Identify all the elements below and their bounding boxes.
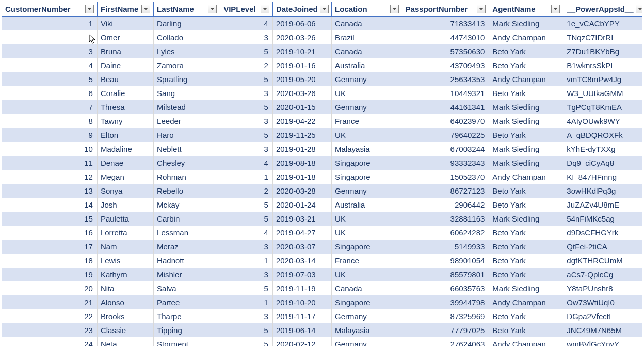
cell-location[interactable]: Australia [332,58,403,72]
cell-passportnumber[interactable]: 87325969 [402,309,489,323]
cell-agentname[interactable]: Mark Siedling [489,114,564,128]
cell-location[interactable]: Malayasia [332,323,403,337]
cell-datejoined[interactable]: 2019-10-20 [272,295,331,309]
table-row[interactable]: 9EltonHaro52019-11-25UK79640225Beto Yark… [2,128,642,142]
cell-firstname[interactable]: Pauletta [97,212,153,226]
cell-firstname[interactable]: Megan [97,170,153,184]
cell-lastname[interactable]: Mckay [154,198,220,212]
cell-customernumber[interactable]: 8 [2,114,98,128]
cell-viplevel[interactable]: 3 [220,240,273,254]
cell-viplevel[interactable]: 4 [220,226,273,240]
cell-customernumber[interactable]: 9 [2,128,98,142]
cell-customernumber[interactable]: 19 [2,268,98,281]
cell-customernumber[interactable]: 22 [2,309,98,323]
cell-location[interactable]: Germany [332,337,403,347]
column-header-customernumber[interactable]: CustomerNumber [2,2,98,17]
filter-dropdown-icon[interactable] [141,5,150,13]
cell-firstname[interactable]: Elton [97,128,153,142]
cell-firstname[interactable]: Coralie [97,86,153,100]
cell-customernumber[interactable]: 21 [2,295,98,309]
table-row[interactable]: 23ClassieTipping52019-06-14Malayasia7779… [2,323,642,337]
cell-agentname[interactable]: Beto Yark [489,198,564,212]
cell-passportnumber[interactable]: 79640225 [402,128,489,142]
cell-lastname[interactable]: Lessman [154,226,220,240]
cell-datejoined[interactable]: 2020-01-15 [272,100,331,114]
cell-location[interactable]: UK [332,86,403,100]
cell-customernumber[interactable]: 24 [2,337,98,347]
cell-lastname[interactable]: Meraz [154,240,220,254]
cell-powerappsid[interactable]: JuZAZv4U8mE [564,198,642,212]
cell-customernumber[interactable]: 1 [2,17,98,30]
cell-customernumber[interactable]: 13 [2,184,98,198]
cell-firstname[interactable]: Kathyrn [97,268,153,281]
cell-agentname[interactable]: Beto Yark [489,58,564,72]
cell-customernumber[interactable]: 15 [2,212,98,226]
cell-viplevel[interactable]: 5 [220,323,273,337]
cell-location[interactable]: Germany [332,184,403,198]
cell-firstname[interactable]: Lewis [97,254,153,268]
cell-lastname[interactable]: Salva [154,281,220,295]
filter-dropdown-icon[interactable] [261,5,269,13]
cell-passportnumber[interactable]: 27624063 [402,337,489,347]
cell-datejoined[interactable]: 2019-03-21 [272,212,331,226]
cell-viplevel[interactable]: 5 [220,337,273,347]
table-row[interactable]: 14JoshMckay52020-01-24Australia2906442Be… [2,198,642,212]
cell-viplevel[interactable]: 5 [220,128,273,142]
cell-agentname[interactable]: Andy Champan [489,30,564,44]
column-header-powerappsid[interactable]: __PowerAppsId__ [564,2,642,17]
cell-lastname[interactable]: Spratling [154,72,220,86]
cell-customernumber[interactable]: 6 [2,86,98,100]
cell-customernumber[interactable]: 14 [2,198,98,212]
cell-datejoined[interactable]: 2019-01-18 [272,170,331,184]
column-header-location[interactable]: Location [332,2,403,17]
table-row[interactable]: 8TawnyLeeder32019-04-22France64023970Mar… [2,114,642,128]
cell-passportnumber[interactable]: 25634353 [402,72,489,86]
cell-passportnumber[interactable]: 44161341 [402,100,489,114]
cell-customernumber[interactable] [2,30,98,44]
cell-powerappsid[interactable]: TgPCqT8KmEA [564,100,642,114]
cell-firstname[interactable]: Josh [97,198,153,212]
cell-location[interactable]: Australia [332,198,403,212]
cell-powerappsid[interactable]: aCs7-QplcCg [564,268,642,281]
table-row[interactable]: 4DaineZamora22019-01-16Australia43709493… [2,58,642,72]
cell-location[interactable]: Singapore [332,240,403,254]
cell-viplevel[interactable]: 3 [220,268,273,281]
cell-location[interactable]: Canada [332,44,403,58]
cell-viplevel[interactable]: 1 [220,170,273,184]
cell-location[interactable]: France [332,254,403,268]
table-row[interactable]: 10MadalineNeblett32019-01-28Malayasia670… [2,142,642,156]
table-row[interactable]: OmerCollado32020-03-26Brazil44743010Andy… [2,30,642,44]
cell-datejoined[interactable]: 2019-06-06 [272,17,331,30]
cell-powerappsid[interactable]: wmBVlGcYnyY [564,337,642,347]
filter-dropdown-icon[interactable] [85,5,94,13]
cell-lastname[interactable]: Neblett [154,142,220,156]
cell-customernumber[interactable]: 20 [2,281,98,295]
cell-powerappsid[interactable]: Dq9_ciCyAq8 [564,156,642,170]
cell-passportnumber[interactable]: 85579801 [402,268,489,281]
cell-powerappsid[interactable]: KI_847HFmng [564,170,642,184]
cell-passportnumber[interactable]: 64023970 [402,114,489,128]
cell-customernumber[interactable]: 7 [2,100,98,114]
cell-powerappsid[interactable]: 54nFiMKc5ag [564,212,642,226]
cell-location[interactable]: Canada [332,17,403,30]
table-row[interactable]: 16LorrettaLessman42019-04-27UK60624282Be… [2,226,642,240]
cell-firstname[interactable]: Denae [97,156,153,170]
table-row[interactable]: 17NamMeraz32020-03-07Singapore5149933Bet… [2,240,642,254]
cell-datejoined[interactable]: 2019-11-17 [272,309,331,323]
cell-agentname[interactable]: Mark Siedling [489,142,564,156]
cell-viplevel[interactable]: 5 [220,44,273,58]
cell-lastname[interactable]: Partee [154,295,220,309]
cell-agentname[interactable]: Mark Siedling [489,156,564,170]
cell-agentname[interactable]: Mark Siedling [489,100,564,114]
cell-lastname[interactable]: Tipping [154,323,220,337]
cell-customernumber[interactable]: 4 [2,58,98,72]
table-row[interactable]: 18LewisHadnott12020-03-14France98901054B… [2,254,642,268]
cell-viplevel[interactable]: 5 [220,198,273,212]
cell-lastname[interactable]: Leeder [154,114,220,128]
cell-passportnumber[interactable]: 57350630 [402,44,489,58]
cell-viplevel[interactable]: 2 [220,58,273,72]
table-row[interactable]: 21AlonsoPartee12019-10-20Singapore399447… [2,295,642,309]
filter-dropdown-icon[interactable] [477,5,486,13]
cell-agentname[interactable]: Andy Champan [489,170,564,184]
cell-powerappsid[interactable]: dgfKTHRCUmM [564,254,642,268]
